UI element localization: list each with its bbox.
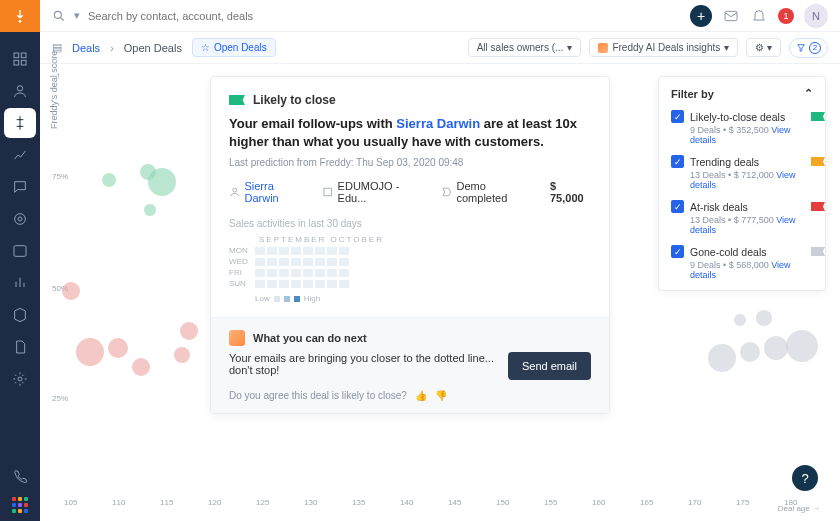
chevron-down-icon[interactable]: ▾ — [74, 9, 80, 22]
breadcrumb-current: Open Deals — [124, 42, 182, 54]
bubble-cold[interactable] — [786, 330, 818, 362]
bell-icon[interactable] — [750, 7, 768, 25]
bubble-risk[interactable] — [108, 338, 128, 358]
filter-item[interactable]: Gone-cold deals 9 Deals • $ 568,000 View… — [671, 245, 813, 280]
bubble-likely[interactable] — [144, 204, 156, 216]
owner-filter[interactable]: All sales owners (... ▾ — [468, 38, 582, 57]
deal-amount: $ 75,000 — [550, 180, 591, 204]
x-tick: 130 — [304, 498, 317, 507]
x-tick: 140 — [400, 498, 413, 507]
view-details-link[interactable]: View details — [690, 260, 791, 280]
bubble-cold[interactable] — [734, 314, 746, 326]
svg-point-5 — [17, 86, 22, 91]
breadcrumb-root[interactable]: Deals — [72, 42, 100, 54]
bubble-likely[interactable] — [102, 173, 116, 187]
apps-icon[interactable] — [12, 497, 28, 513]
gear-dropdown[interactable]: ⚙ ▾ — [746, 38, 781, 57]
y-tick: 75% — [52, 172, 68, 181]
nav-analytics[interactable] — [4, 268, 36, 298]
help-button[interactable]: ? — [792, 465, 818, 491]
contact-chip[interactable]: Sierra Darwin — [229, 180, 308, 204]
svg-point-9 — [18, 377, 22, 381]
x-tick: 150 — [496, 498, 509, 507]
checkbox-icon[interactable] — [671, 245, 684, 258]
x-tick: 135 — [352, 498, 365, 507]
bubble-cold[interactable] — [740, 342, 760, 362]
view-details-link[interactable]: View details — [690, 125, 791, 145]
notification-badge[interactable]: 1 — [778, 8, 794, 24]
bubble-risk[interactable] — [132, 358, 150, 376]
activity-calendar: SEPTEMBER OCTOBER MONWEDFRISUN LowHigh — [229, 235, 591, 303]
bubble-cold[interactable] — [756, 310, 772, 326]
feedback-question: Do you agree this deal is likely to clos… — [229, 390, 407, 401]
nav-contacts[interactable] — [4, 76, 36, 106]
x-tick: 120 — [208, 498, 221, 507]
freddy-insights-dropdown[interactable]: Freddy AI Deals insights ▾ — [589, 38, 738, 57]
bubble-risk[interactable] — [62, 282, 80, 300]
account-chip[interactable]: EDUMOJO - Edu... — [322, 180, 427, 204]
flag-icon — [811, 247, 825, 256]
view-details-link[interactable]: View details — [690, 170, 796, 190]
filter-label: Likely-to-close deals — [690, 111, 785, 123]
global-search-input[interactable] — [88, 10, 288, 22]
filter-subtext: 13 Deals • $ 712,000 View details — [690, 170, 813, 190]
x-tick: 165 — [640, 498, 653, 507]
x-tick: 125 — [256, 498, 269, 507]
mail-icon[interactable] — [722, 7, 740, 25]
nav-products[interactable] — [4, 300, 36, 330]
view-details-link[interactable]: View details — [690, 215, 796, 235]
bubble-cold[interactable] — [708, 344, 736, 372]
x-tick: 110 — [112, 498, 125, 507]
x-tick: 115 — [160, 498, 173, 507]
thumbs-down-icon[interactable]: 👎 — [435, 390, 447, 401]
checkbox-icon[interactable] — [671, 155, 684, 168]
add-button[interactable]: + — [690, 5, 712, 27]
contact-link[interactable]: Sierra Darwin — [396, 116, 480, 131]
filter-toggle[interactable]: 2 — [789, 38, 828, 58]
search-icon[interactable] — [52, 9, 66, 23]
checkbox-icon[interactable] — [671, 110, 684, 123]
x-tick: 180 — [784, 498, 797, 507]
flag-icon — [811, 202, 825, 211]
user-avatar[interactable]: N — [804, 4, 828, 28]
y-axis-label: Freddy's deal score — [49, 51, 59, 129]
flag-icon — [229, 95, 245, 105]
bubble-likely[interactable] — [148, 168, 176, 196]
nav-settings[interactable] — [4, 364, 36, 394]
bubble-risk[interactable] — [174, 347, 190, 363]
breadcrumb-sep: › — [110, 42, 114, 54]
svg-point-0 — [19, 20, 22, 23]
collapse-icon[interactable]: ⌃ — [804, 87, 813, 100]
filter-item[interactable]: Likely-to-close deals 9 Deals • $ 352,50… — [671, 110, 813, 145]
flag-icon — [811, 112, 825, 121]
nav-dashboard[interactable] — [4, 44, 36, 74]
brand-logo[interactable] — [0, 0, 40, 32]
checkbox-icon[interactable] — [671, 200, 684, 213]
nav-chat[interactable] — [4, 172, 36, 202]
x-tick: 175 — [736, 498, 749, 507]
send-email-button[interactable]: Send email — [508, 352, 591, 380]
filter-title: Filter by — [671, 88, 714, 100]
nav-documents[interactable] — [4, 332, 36, 362]
svg-rect-1 — [14, 53, 19, 58]
toolbar: ▤ Deals › Open Deals ☆ Open Deals All sa… — [40, 32, 840, 64]
left-nav — [0, 0, 40, 521]
filter-item[interactable]: At-risk deals 13 Deals • $ 777,500 View … — [671, 200, 813, 235]
insight-subtext: Last prediction from Freddy: Thu Sep 03,… — [229, 157, 591, 168]
thumbs-up-icon[interactable]: 👍 — [415, 390, 427, 401]
filter-item[interactable]: Trending deals 13 Deals • $ 712,000 View… — [671, 155, 813, 190]
bubble-risk[interactable] — [76, 338, 104, 366]
up-arrow-icon: ↑ — [56, 70, 61, 81]
nav-reports[interactable] — [4, 140, 36, 170]
nav-goals[interactable] — [4, 204, 36, 234]
bubble-cold[interactable] — [764, 336, 788, 360]
bubble-risk[interactable] — [180, 322, 198, 340]
nav-phone[interactable] — [4, 461, 36, 491]
filter-panel: Filter by⌃ Likely-to-close deals 9 Deals… — [658, 76, 826, 291]
view-pill[interactable]: ☆ Open Deals — [192, 38, 276, 57]
filter-label: Trending deals — [690, 156, 759, 168]
nav-deals[interactable] — [4, 108, 36, 138]
activity-heading: Sales activities in last 30 days — [229, 218, 591, 229]
nav-tasks[interactable] — [4, 236, 36, 266]
next-action-box: What you can do next Your emails are bri… — [211, 317, 609, 413]
